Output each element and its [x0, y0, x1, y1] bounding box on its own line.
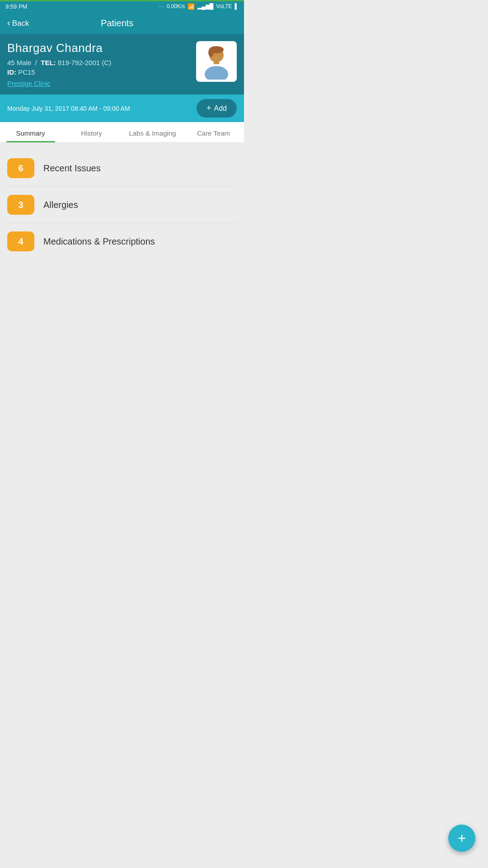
- tab-summary[interactable]: Summary: [0, 122, 61, 142]
- allergies-label: Allergies: [43, 200, 78, 210]
- network-speed: 0.00K/s: [167, 3, 185, 9]
- header: ‹ Back Patients: [0, 13, 244, 34]
- tab-labs-imaging[interactable]: Labs & Imaging: [122, 122, 183, 142]
- tab-labs-label: Labs & Imaging: [129, 129, 176, 137]
- status-bar-indicator: [0, 0, 244, 1]
- tab-history[interactable]: History: [61, 122, 122, 142]
- patient-name: Bhargav Chandra: [7, 41, 196, 55]
- medications-badge: 4: [7, 231, 34, 251]
- svg-rect-3: [214, 61, 219, 64]
- medications-label: Medications & Prescriptions: [43, 236, 155, 247]
- patient-clinic[interactable]: Prestige Clinic: [7, 80, 196, 87]
- svg-point-2: [208, 48, 214, 57]
- battery-icon: ▌: [235, 3, 239, 9]
- recent-issues-item[interactable]: 6 Recent Issues: [7, 150, 237, 187]
- patient-id-value: PC15: [18, 68, 35, 76]
- status-bar: 9:59 PM ··· 0.00K/s 📶 ▂▄▆█ VoLTE ▌: [0, 0, 244, 13]
- appointment-datetime: Monday July 31, 2017 08:40 AM - 09:00 AM: [7, 105, 130, 112]
- tabs-bar: Summary History Labs & Imaging Care Team: [0, 122, 244, 143]
- recent-issues-label: Recent Issues: [43, 163, 101, 174]
- signal-dots-icon: ···: [158, 4, 164, 9]
- volte-label: VoLTE: [216, 3, 232, 9]
- appointment-bar: Monday July 31, 2017 08:40 AM - 09:00 AM…: [0, 94, 244, 122]
- page-title: Patients: [29, 18, 205, 28]
- tab-summary-label: Summary: [16, 129, 45, 137]
- status-icons: ··· 0.00K/s 📶 ▂▄▆█ VoLTE ▌: [158, 3, 239, 10]
- add-button[interactable]: + Add: [197, 99, 237, 118]
- patient-info-section: Bhargav Chandra 45 Male / TEL: 819-792-2…: [0, 34, 244, 94]
- recent-issues-badge: 6: [7, 158, 34, 178]
- avatar-image: [198, 43, 235, 80]
- patient-details: Bhargav Chandra 45 Male / TEL: 819-792-2…: [7, 41, 196, 87]
- tel-label: TEL:: [41, 59, 56, 66]
- wifi-icon: 📶: [188, 3, 195, 10]
- back-button[interactable]: ‹ Back: [7, 19, 29, 28]
- back-label: Back: [12, 19, 29, 28]
- tab-care-team-label: Care Team: [197, 129, 230, 137]
- back-chevron-icon: ‹: [7, 18, 10, 28]
- add-label: Add: [214, 104, 227, 113]
- summary-content: 6 Recent Issues 3 Allergies 4 Medication…: [0, 143, 244, 414]
- add-plus-icon: +: [206, 104, 211, 113]
- avatar: [196, 41, 237, 82]
- patient-age: 45: [7, 59, 15, 66]
- patient-age-gender-phone: 45 Male / TEL: 819-792-2001 (C): [7, 59, 196, 66]
- allergies-badge: 3: [7, 195, 34, 215]
- tab-history-label: History: [81, 129, 102, 137]
- medications-item[interactable]: 4 Medications & Prescriptions: [7, 223, 237, 259]
- signal-bars-icon: ▂▄▆█: [197, 3, 213, 9]
- id-label: ID:: [7, 68, 16, 76]
- patient-gender: Male: [17, 59, 32, 66]
- svg-point-4: [205, 66, 228, 80]
- tab-care-team[interactable]: Care Team: [183, 122, 244, 142]
- patient-id-row: ID: PC15: [7, 68, 196, 76]
- status-time: 9:59 PM: [5, 3, 27, 10]
- allergies-item[interactable]: 3 Allergies: [7, 187, 237, 223]
- patient-phone: 819-792-2001 (C): [58, 59, 111, 66]
